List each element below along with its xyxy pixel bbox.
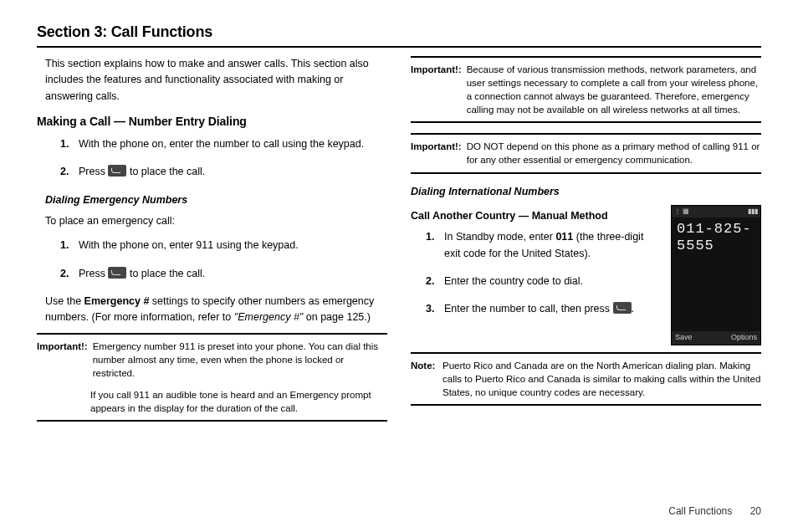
step-number: 1. <box>60 238 69 253</box>
important-label: Important!: <box>37 340 88 380</box>
making-call-heading: Making a Call — Number Entry Dialing <box>37 113 387 131</box>
phone-number-line1: 011-825- <box>677 221 755 238</box>
important-body: Emergency number 911 is preset into your… <box>93 340 387 380</box>
intro-text: This section explains how to make and an… <box>45 56 387 105</box>
note-label: Note: <box>411 359 437 399</box>
international-heading: Dialing International Numbers <box>411 184 761 200</box>
making-call-step-1: 1. With the phone on, enter the number t… <box>60 136 387 152</box>
after-pre: Use the <box>45 295 84 307</box>
important-label: Important!: <box>411 63 462 116</box>
emergency-intro: To place an emergency call: <box>45 213 387 229</box>
phone-number-display: 011-825- 5555 <box>672 217 760 258</box>
step-text-post: . <box>632 303 634 315</box>
step-text: With the phone on, enter the number to c… <box>79 138 364 150</box>
softkey-right: Options <box>731 332 757 344</box>
after-bold: Emergency # <box>84 295 150 307</box>
intl-step-2: 2. Enter the country code to dial. <box>426 274 662 289</box>
step-number: 2. <box>60 266 69 282</box>
important-body: Because of various transmission methods,… <box>467 63 761 116</box>
phone-number-line2: 5555 <box>677 238 755 254</box>
step-text-post: to place the call. <box>130 268 205 279</box>
note-puerto-rico: Note: Puerto Rico and Canada are on the … <box>411 352 761 406</box>
emergency-after: Use the Emergency # settings to specify … <box>45 294 379 326</box>
step-text-pre: In Standby mode, enter <box>444 231 555 243</box>
important-transmission: Important!: Because of various transmiss… <box>411 56 761 123</box>
important-911-preset: Important!: Emergency number 911 is pres… <box>37 333 387 422</box>
intl-step-1: 1. In Standby mode, enter 011 (the three… <box>426 229 662 262</box>
phone-softkeys: Save Options <box>672 331 760 345</box>
important-do-not-depend: Important!: DO NOT depend on this phone … <box>411 133 761 173</box>
step-text: With the phone on, enter 911 using the k… <box>79 239 299 251</box>
phone-status-bar: ⋮ ▦ ▮▮▮ <box>672 206 760 217</box>
intl-step-3: 3. Enter the number to call, then press … <box>426 301 662 317</box>
page-footer: Call Functions 20 <box>668 505 761 517</box>
status-right: ▮▮▮ <box>748 207 758 217</box>
step-number: 2. <box>60 164 69 180</box>
international-subheading: Call Another Country — Manual Method <box>411 208 662 224</box>
softkey-left: Save <box>675 332 693 344</box>
step-text: Enter the country code to dial. <box>444 275 583 287</box>
important-label: Important!: <box>411 140 462 166</box>
step-number: 3. <box>426 301 434 317</box>
step-number: 2. <box>426 274 434 289</box>
step-text-pre: Press <box>79 166 108 177</box>
step-number: 1. <box>60 136 69 152</box>
footer-page-number: 20 <box>750 505 761 517</box>
phone-screenshot: ⋮ ▦ ▮▮▮ 011-825- 5555 Save Options <box>671 205 761 345</box>
step-text-post: to place the call. <box>130 166 205 177</box>
step-number: 1. <box>426 229 434 245</box>
after-post: on page 125.) <box>303 311 371 323</box>
step-text-pre: Press <box>79 268 108 279</box>
important-body: DO NOT depend on this phone as a primary… <box>467 140 761 166</box>
after-ref: "Emergency #" <box>234 311 304 323</box>
section-title: Section 3: Call Functions <box>37 23 761 41</box>
footer-section: Call Functions <box>668 505 732 517</box>
step-text-bold: 011 <box>555 231 573 243</box>
emergency-heading: Dialing Emergency Numbers <box>45 192 387 208</box>
emergency-step-2: 2. Press to place the call. <box>60 266 387 282</box>
send-key-icon <box>108 267 126 279</box>
step-text-pre: Enter the number to call, then press <box>444 303 613 315</box>
important-body-2: If you call 911 an audible tone is heard… <box>90 388 387 415</box>
status-left: ⋮ ▦ <box>674 207 689 217</box>
making-call-step-2: 2. Press to place the call. <box>60 164 387 180</box>
emergency-step-1: 1. With the phone on, enter 911 using th… <box>60 238 387 253</box>
send-key-icon <box>108 165 126 176</box>
title-rule <box>37 46 761 48</box>
note-body: Puerto Rico and Canada are on the North … <box>442 359 761 399</box>
send-key-icon <box>613 302 632 314</box>
